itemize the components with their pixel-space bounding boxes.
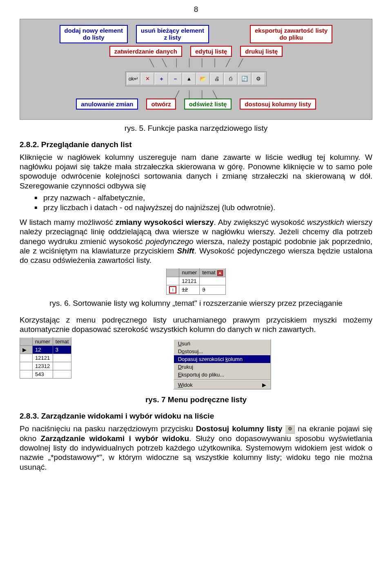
figure-caption-5: rys. 5. Funkcje paska narzędziowego list…: [20, 124, 372, 133]
list-item: przy liczbach i datach - od najwyższej d…: [34, 203, 372, 213]
paragraph: Kliknięcie w nagłówek kolumny uszereguje…: [20, 152, 372, 190]
table-row[interactable]: 543: [20, 370, 71, 379]
table-row[interactable]: 12121: [167, 277, 225, 285]
open-button[interactable]: 📂: [196, 73, 209, 85]
table-row[interactable]: ▶123: [20, 346, 71, 354]
ctx-item-export[interactable]: Eksportuj do pliku...: [174, 371, 270, 379]
column-header-numer[interactable]: numer: [179, 269, 200, 277]
label-cancel-changes: anulowanie zmian: [76, 99, 138, 110]
page-number: 8: [20, 5, 372, 14]
print-button[interactable]: 🖨: [210, 73, 223, 85]
ctx-item-delete[interactable]: UUsuńsuń: [174, 340, 270, 347]
column-header-numer[interactable]: numer: [33, 338, 53, 346]
toolbar-diagram: dodaj nowy element do listy usuń bieżący…: [20, 19, 372, 120]
table-row[interactable]: 12121: [20, 354, 71, 362]
sort-indicator-icon: ▲: [217, 270, 223, 276]
paragraph: Po naciśnięciu na pasku narzędziowym prz…: [20, 424, 372, 472]
paragraph: W listach mamy możliwość zmiany wysokośc…: [20, 217, 372, 265]
label-remove-current: usuń bieżący element z listy: [136, 25, 209, 43]
ok-button[interactable]: ok↵: [127, 73, 140, 85]
figure-caption-7: rys. 7 Menu podręczne listy: [20, 395, 372, 404]
label-refresh: odśwież listę: [184, 99, 232, 110]
list-toolbar: ok↵ ✕ ＋ － ▲ 📂 🖨 ⎙ 🔄 ⚙: [125, 72, 267, 86]
column-header-temat[interactable]: temat: [53, 338, 71, 346]
label-export: eksportuj zawartość listy do pliku: [250, 25, 332, 43]
add-button[interactable]: ＋: [155, 73, 168, 85]
ctx-item-fit-columns[interactable]: Dopasuj szerokości kolumn: [174, 355, 270, 363]
label-confirm: zatwierdzanie danych: [109, 46, 182, 57]
remove-button[interactable]: －: [169, 73, 182, 85]
label-edit-list: edytuj listę: [190, 46, 232, 57]
refresh-button[interactable]: 🔄: [238, 73, 251, 85]
cancel-button[interactable]: ✕: [141, 73, 154, 85]
row-resize-handle-icon[interactable]: ↕: [169, 286, 176, 294]
list-item: przy nazwach - alfabetycznie,: [34, 193, 372, 203]
ctx-item-print[interactable]: Drukuj: [174, 363, 270, 371]
figure-caption-6: rys. 6. Sortowanie listy wg kolumny „tem…: [20, 299, 372, 308]
export-button[interactable]: ⎙: [224, 73, 237, 85]
label-add-new: dodaj nowy element do listy: [60, 25, 128, 43]
customize-columns-button[interactable]: ⚙: [252, 73, 265, 85]
table-row[interactable]: ↕ 123: [167, 285, 225, 294]
ctx-item-view[interactable]: Widok▶: [174, 381, 270, 389]
label-print-list: drukuj listę: [240, 46, 283, 57]
submenu-arrow-icon: ▶: [262, 382, 266, 388]
customize-columns-icon: ⚙: [285, 425, 295, 434]
sort-example-table: numer temat▲ 12121 ↕ 123: [166, 268, 225, 295]
context-menu: UUsuńsuń Dostosuj... Dopasuj szerokości …: [173, 339, 271, 390]
context-menu-figure: numer temat ▶123 12121 12312 543 UUsuńsu…: [20, 337, 372, 391]
edit-button[interactable]: ▲: [183, 73, 196, 85]
label-customize: dostosuj kolumny listy: [240, 99, 316, 110]
table-row[interactable]: 12312: [20, 362, 71, 370]
heading-2-8-2: 2.8.2. Przeglądanie danych list: [20, 140, 372, 149]
heading-2-8-3: 2.8.3. Zarządzanie widokami i wybór wido…: [20, 412, 372, 421]
label-open: otwórz: [146, 99, 176, 110]
paragraph: Korzystając z menu podręcznego listy uru…: [20, 315, 372, 334]
ctx-item-customize[interactable]: Dostosuj...: [174, 347, 270, 355]
bullet-list: przy nazwach - alfabetycznie, przy liczb…: [34, 193, 372, 213]
column-header-temat[interactable]: temat▲: [200, 269, 226, 277]
